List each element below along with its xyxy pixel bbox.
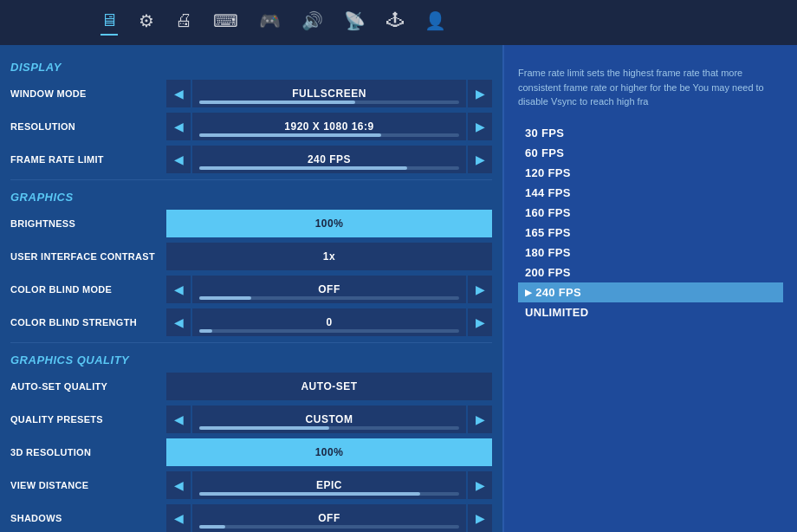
setting-row-ui-contrast: USER INTERFACE CONTRAST1x [0,240,502,273]
arrow-right-view-distance[interactable]: ▶ [468,471,492,499]
setting-label-color-blind-mode: COLOR BLIND MODE [10,284,166,295]
arrow-left-color-blind-mode[interactable]: ◀ [166,276,191,303]
setting-control-window-mode: ◀FULLSCREEN▶ [166,80,492,107]
value-text-shadows: OFF [318,512,340,524]
fps-option-165-fps[interactable]: 165 FPS [518,223,783,243]
setting-row-window-mode: WINDOW MODE◀FULLSCREEN▶ [0,77,502,110]
setting-control-frame-rate-limit: ◀240 FPS▶ [166,146,492,173]
value-box-frame-rate-limit: 240 FPS [192,146,466,173]
nav-icon-gear[interactable]: ⚙ [139,10,154,36]
info-panel: Frame rate limit sets the highest frame … [502,45,797,532]
value-box-quality-presets: CUSTOM [192,405,466,433]
setting-row-color-blind-strength: COLOR BLIND STRENGTH◀0▶ [0,306,502,339]
value-text-color-blind-mode: OFF [318,283,340,295]
arrow-left-view-distance[interactable]: ◀ [166,471,191,499]
fps-options-list: 30 FPS60 FPS120 FPS144 FPS160 FPS165 FPS… [518,123,783,322]
setting-label-3d-resolution: 3D RESOLUTION [10,447,166,457]
setting-control-shadows: ◀OFF▶ [166,504,492,532]
nav-icon-controller[interactable]: 🎮 [259,10,281,36]
value-box-brightness[interactable]: 100% [166,210,492,237]
value-text-brightness: 100% [315,217,344,230]
fps-option-240-fps[interactable]: 240 FPS [518,282,783,302]
setting-label-quality-presets: QUALITY PRESETS [10,414,166,425]
setting-row-frame-rate-limit: FRAME RATE LIMIT◀240 FPS▶ [0,143,502,176]
value-box-color-blind-mode: OFF [192,276,466,303]
value-text-quality-presets: CUSTOM [306,413,353,425]
setting-control-ui-contrast: 1x [166,243,492,270]
value-box-resolution: 1920 X 1080 16:9 [192,113,466,140]
setting-control-quality-presets: ◀CUSTOM▶ [166,405,492,433]
nav-icon-audio[interactable]: 🔊 [301,10,323,36]
setting-control-view-distance: ◀EPIC▶ [166,471,492,499]
fps-option-120-fps[interactable]: 120 FPS [518,163,783,183]
setting-control-resolution: ◀1920 X 1080 16:9▶ [166,113,492,140]
value-text-view-distance: EPIC [316,479,342,491]
top-navigation: 🖥 ⚙ 🖨 ⌨ 🎮 🔊 📡 🕹 👤 [0,0,797,45]
setting-label-color-blind-strength: COLOR BLIND STRENGTH [10,317,166,328]
arrow-left-frame-rate-limit[interactable]: ◀ [166,146,191,173]
value-box-shadows: OFF [192,504,466,532]
setting-row-3d-resolution: 3D RESOLUTION100% [0,436,502,469]
fps-option-160-fps[interactable]: 160 FPS [518,203,783,223]
main-layout: DISPLAYWINDOW MODE◀FULLSCREEN▶RESOLUTION… [0,45,797,532]
value-box-3d-resolution[interactable]: 100% [166,438,492,466]
arrow-right-window-mode[interactable]: ▶ [468,80,492,107]
value-text-window-mode: FULLSCREEN [292,88,366,100]
setting-label-ui-contrast: USER INTERFACE CONTRAST [10,251,166,262]
value-box-window-mode: FULLSCREEN [192,80,466,107]
setting-control-brightness: 100% [166,210,492,237]
arrow-left-color-blind-strength[interactable]: ◀ [166,308,191,336]
arrow-right-quality-presets[interactable]: ▶ [468,405,492,433]
fps-option-200-fps[interactable]: 200 FPS [518,263,783,282]
arrow-left-shadows[interactable]: ◀ [166,504,191,532]
arrow-left-resolution[interactable]: ◀ [166,113,191,140]
arrow-right-color-blind-mode[interactable]: ▶ [468,276,492,303]
setting-row-auto-set-quality: AUTO-SET QUALITYAUTO-SET [0,370,502,403]
nav-icon-monitor[interactable]: 🖥 [100,10,118,36]
nav-icon-bar: 🖥 ⚙ 🖨 ⌨ 🎮 🔊 📡 🕹 👤 [100,10,446,36]
arrow-left-window-mode[interactable]: ◀ [166,80,191,107]
setting-row-view-distance: VIEW DISTANCE◀EPIC▶ [0,469,502,502]
value-text-3d-resolution: 100% [315,446,344,458]
setting-label-window-mode: WINDOW MODE [10,88,166,99]
section-header-graphics-quality: GRAPHICS QUALITY [0,347,502,370]
setting-label-shadows: SHADOWS [10,513,166,523]
value-text-color-blind-strength: 0 [326,316,332,328]
fps-option-60-fps[interactable]: 60 FPS [518,143,783,163]
value-text-frame-rate-limit: 240 FPS [308,153,351,165]
value-box-view-distance: EPIC [192,471,466,499]
fps-option-unlimited[interactable]: UNLIMITED [518,302,783,322]
arrow-right-color-blind-strength[interactable]: ▶ [468,308,492,336]
setting-control-3d-resolution: 100% [166,438,492,466]
arrow-right-shadows[interactable]: ▶ [468,504,492,532]
arrow-left-quality-presets[interactable]: ◀ [166,405,191,433]
setting-row-resolution: RESOLUTION◀1920 X 1080 16:9▶ [0,110,502,143]
setting-label-view-distance: VIEW DISTANCE [10,480,166,490]
section-header-graphics: GRAPHICS [0,184,502,207]
nav-icon-gamepad[interactable]: 🕹 [386,10,404,36]
setting-label-frame-rate-limit: FRAME RATE LIMIT [10,154,166,165]
value-box-color-blind-strength: 0 [192,308,466,336]
settings-panel: DISPLAYWINDOW MODE◀FULLSCREEN▶RESOLUTION… [0,45,502,532]
value-text-resolution: 1920 X 1080 16:9 [284,120,373,133]
setting-row-color-blind-mode: COLOR BLIND MODE◀OFF▶ [0,273,502,306]
setting-label-resolution: RESOLUTION [10,121,166,132]
setting-control-color-blind-mode: ◀OFF▶ [166,276,492,303]
arrow-right-resolution[interactable]: ▶ [468,113,492,140]
value-box-auto-set-quality: AUTO-SET [166,373,492,400]
fps-option-144-fps[interactable]: 144 FPS [518,183,783,203]
setting-control-auto-set-quality: AUTO-SET [166,373,492,400]
fps-option-30-fps[interactable]: 30 FPS [518,123,783,143]
setting-row-quality-presets: QUALITY PRESETS◀CUSTOM▶ [0,403,502,436]
nav-icon-network[interactable]: 📡 [344,10,366,36]
setting-control-color-blind-strength: ◀0▶ [166,308,492,336]
fps-option-180-fps[interactable]: 180 FPS [518,243,783,263]
info-panel-description: Frame rate limit sets the highest frame … [518,66,783,109]
nav-icon-keyboard[interactable]: ⌨ [213,10,238,36]
arrow-right-frame-rate-limit[interactable]: ▶ [468,146,492,173]
setting-label-auto-set-quality: AUTO-SET QUALITY [10,381,166,392]
setting-row-brightness: BRIGHTNESS100% [0,207,502,240]
setting-row-shadows: SHADOWS◀OFF▶ [0,502,502,532]
nav-icon-user[interactable]: 👤 [424,10,446,36]
nav-icon-display[interactable]: 🖨 [175,10,192,36]
